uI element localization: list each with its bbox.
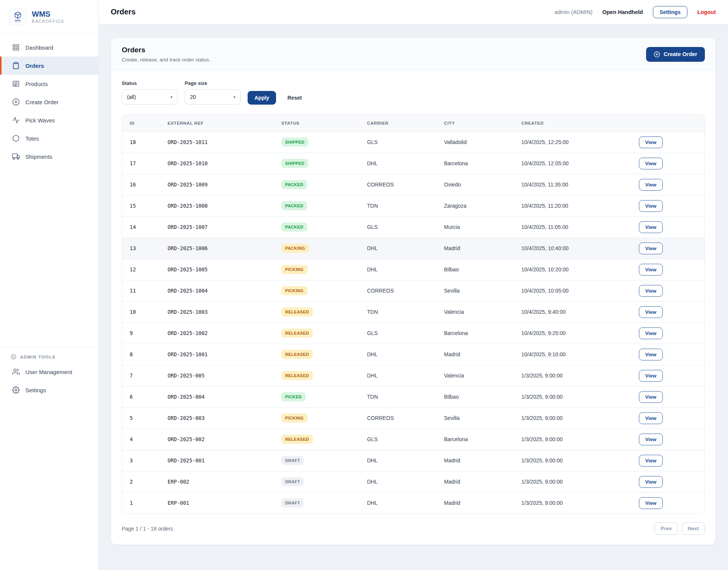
grid-icon (12, 44, 20, 51)
created-cell: 1/3/2025, 9:00:00 (514, 365, 620, 386)
view-button[interactable]: View (639, 412, 663, 424)
view-button[interactable]: View (639, 306, 663, 318)
view-button[interactable]: View (639, 264, 663, 276)
truck-icon (12, 153, 20, 160)
status-cell: PACKED (274, 195, 359, 216)
column-header-city: CITY (436, 115, 514, 132)
order-id-cell: 3 (122, 450, 160, 471)
order-id-cell: 8 (122, 344, 160, 365)
reset-button[interactable]: Reset (283, 91, 306, 105)
sidebar-item-orders[interactable]: Orders (0, 56, 98, 75)
status-cell: RELEASED (274, 344, 359, 365)
sidebar-nav: DashboardOrdersProductsCreate OrderPick … (0, 34, 98, 166)
city-cell: Valencia (436, 301, 514, 323)
carrier-cell: DHL (359, 153, 436, 174)
sidebar: WMS WMS BACKOFFICE DashboardOrdersProduc… (0, 0, 99, 570)
view-button[interactable]: View (639, 391, 663, 403)
view-button[interactable]: View (639, 497, 663, 509)
status-badge: PACKED (281, 222, 307, 232)
sidebar-item-shipments[interactable]: Shipments (0, 147, 98, 166)
view-button[interactable]: View (639, 221, 663, 233)
status-cell: SHIPPED (274, 153, 359, 174)
sidebar-item-label: User Management (25, 369, 72, 375)
order-id-cell: 7 (122, 365, 160, 386)
sidebar-item-user-management[interactable]: User Management (0, 363, 98, 381)
status-badge: PICKING (281, 265, 308, 274)
admin-tools-nav: User ManagementSettings (0, 363, 98, 399)
city-cell: Bilbao (436, 259, 514, 280)
table-row: 16ORD-2025-1009PACKEDCORREOSOviedo10/4/2… (122, 174, 704, 195)
carrier-cell: GLS (359, 429, 436, 450)
product-box-icon (12, 80, 20, 88)
city-cell: Madrid (436, 238, 514, 259)
page-size-select[interactable]: 20 ▾ (185, 89, 241, 105)
order-id-cell: 13 (122, 238, 160, 259)
order-id-cell: 4 (122, 429, 160, 450)
sidebar-item-dashboard[interactable]: Dashboard (0, 38, 98, 56)
view-button[interactable]: View (639, 285, 663, 297)
sidebar-item-label: Totes (25, 135, 39, 142)
created-cell: 1/3/2025, 9:00:00 (514, 471, 620, 492)
created-cell: 10/4/2025, 10:40:00 (514, 238, 620, 259)
next-button[interactable]: Next (682, 522, 705, 535)
view-button[interactable]: View (639, 200, 663, 212)
table-row: 9ORD-2025-1002RELEASEDGLSBarcelona10/4/2… (122, 323, 704, 344)
status-cell: RELEASED (274, 429, 359, 450)
order-id-cell: 9 (122, 323, 160, 344)
view-button[interactable]: View (639, 455, 663, 467)
view-button[interactable]: View (639, 158, 663, 169)
external-ref-cell: ORD-2025-1007 (160, 216, 274, 238)
carrier-cell: GLS (359, 216, 436, 238)
create-order-button[interactable]: Create Order (646, 47, 705, 62)
city-cell: Barcelona (436, 323, 514, 344)
open-handheld-button[interactable]: Open Handheld (602, 9, 643, 15)
external-ref-cell: ORD-2025-1011 (160, 132, 274, 153)
view-button[interactable]: View (639, 136, 663, 148)
created-cell: 1/3/2025, 9:00:00 (514, 407, 620, 429)
city-cell: Oviedo (436, 174, 514, 195)
view-button[interactable]: View (639, 349, 663, 360)
carrier-cell: TDN (359, 195, 436, 216)
status-cell: PACKED (274, 216, 359, 238)
sidebar-item-pick-waves[interactable]: Pick Waves (0, 111, 98, 129)
sidebar-item-label: Dashboard (25, 44, 53, 51)
status-select[interactable]: (all) ▾ (122, 89, 178, 105)
sidebar-item-products[interactable]: Products (0, 75, 98, 93)
carrier-cell: DHL (359, 365, 436, 386)
sidebar-item-create-order[interactable]: Create Order (0, 93, 98, 111)
status-badge: PACKED (281, 201, 307, 210)
city-cell: Sevilla (436, 407, 514, 429)
prev-button[interactable]: Prev (654, 522, 678, 535)
column-header-id: ID (122, 115, 160, 132)
settings-button[interactable]: Settings (653, 6, 687, 18)
order-id-cell: 16 (122, 174, 160, 195)
view-button[interactable]: View (639, 434, 663, 445)
view-button[interactable]: View (639, 327, 663, 339)
carrier-cell: GLS (359, 323, 436, 344)
table-row: 13ORD-2025-1006PACKINGDHLMadrid10/4/2025… (122, 238, 704, 259)
external-ref-cell: ORD-2025-1001 (160, 344, 274, 365)
view-button[interactable]: View (639, 370, 663, 382)
table-row: 11ORD-2025-1004PICKINGCORREOSSevilla10/4… (122, 280, 704, 301)
sidebar-item-totes[interactable]: Totes (0, 129, 98, 147)
carrier-cell: CORREOS (359, 280, 436, 301)
table-row: 3ORD-2025-001DRAFTDHLMadrid1/3/2025, 9:0… (122, 450, 704, 471)
sidebar-item-settings[interactable]: Settings (0, 381, 98, 399)
filters-bar: Status (all) ▾ Page size 20 ▾ Apply (111, 70, 715, 114)
apply-button[interactable]: Apply (248, 91, 276, 105)
city-cell: Madrid (436, 344, 514, 365)
status-cell: RELEASED (274, 301, 359, 323)
page-title: Orders (111, 8, 136, 16)
order-id-cell: 14 (122, 216, 160, 238)
city-cell: Barcelona (436, 429, 514, 450)
created-cell: 10/4/2025, 10:20:00 (514, 259, 620, 280)
logout-button[interactable]: Logout (697, 9, 716, 15)
view-button[interactable]: View (639, 243, 663, 254)
table-row: 8ORD-2025-1001RELEASEDDHLMadrid10/4/2025… (122, 344, 704, 365)
external-ref-cell: ORD-2025-1003 (160, 301, 274, 323)
content: Orders Create, release, and track order … (99, 24, 728, 570)
view-button[interactable]: View (639, 179, 663, 191)
status-cell: RELEASED (274, 365, 359, 386)
view-button[interactable]: View (639, 476, 663, 488)
city-cell: Murcia (436, 216, 514, 238)
